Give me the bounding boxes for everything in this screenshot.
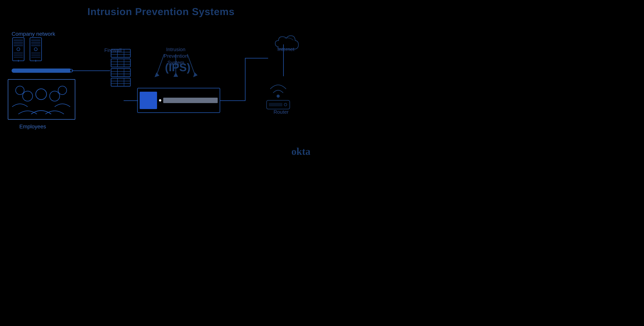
line-vertical-up bbox=[245, 58, 246, 101]
line-to-router-h bbox=[245, 58, 268, 58]
ips-device-inner-square bbox=[140, 92, 157, 109]
svg-point-21 bbox=[36, 89, 46, 100]
ips-arrows bbox=[145, 44, 207, 83]
svg-rect-38 bbox=[111, 78, 130, 86]
line-bar-firewall bbox=[72, 70, 110, 71]
router-icon bbox=[263, 75, 294, 115]
svg-rect-12 bbox=[31, 44, 40, 46]
svg-marker-48 bbox=[193, 72, 198, 77]
svg-rect-15 bbox=[31, 55, 40, 56]
svg-rect-6 bbox=[14, 55, 23, 56]
employees-group-box bbox=[8, 79, 75, 120]
okta-logo: okta bbox=[292, 146, 310, 157]
svg-rect-16 bbox=[31, 57, 40, 58]
router-label: Router bbox=[266, 109, 296, 115]
server-group bbox=[12, 37, 42, 62]
firewall-label: Firewall bbox=[104, 47, 122, 53]
employees-label: Employees bbox=[19, 123, 46, 130]
svg-point-52 bbox=[284, 103, 287, 106]
svg-point-22 bbox=[50, 91, 60, 101]
company-network-label: Company network bbox=[12, 31, 55, 37]
svg-marker-46 bbox=[174, 72, 178, 77]
svg-rect-33 bbox=[111, 68, 130, 77]
svg-rect-3 bbox=[14, 44, 23, 46]
svg-marker-44 bbox=[154, 72, 159, 77]
svg-rect-14 bbox=[31, 52, 40, 53]
ips-device-box bbox=[137, 88, 220, 113]
svg-point-4 bbox=[17, 48, 20, 51]
ips-device-dot bbox=[159, 99, 161, 101]
network-switch-bar bbox=[12, 68, 72, 73]
line-fw-ips bbox=[124, 100, 138, 101]
svg-point-13 bbox=[34, 48, 37, 51]
svg-point-49 bbox=[276, 95, 280, 98]
firewall-icon bbox=[110, 48, 131, 93]
svg-rect-2 bbox=[14, 42, 23, 44]
svg-rect-5 bbox=[14, 52, 23, 53]
svg-line-43 bbox=[156, 54, 164, 75]
main-title: Intrusion Prevention Systems bbox=[0, 0, 322, 17]
svg-rect-7 bbox=[14, 57, 23, 58]
svg-rect-10 bbox=[31, 39, 40, 41]
line-cloud-router bbox=[283, 44, 284, 76]
server-icon-1 bbox=[12, 37, 25, 62]
svg-rect-51 bbox=[269, 103, 282, 106]
server-icon-2 bbox=[29, 37, 42, 62]
ips-device-bar bbox=[163, 98, 218, 103]
svg-rect-1 bbox=[14, 39, 23, 41]
line-ips-right bbox=[220, 100, 245, 101]
svg-point-19 bbox=[58, 86, 67, 95]
svg-rect-28 bbox=[111, 59, 130, 67]
svg-rect-11 bbox=[31, 42, 40, 44]
svg-point-20 bbox=[22, 91, 33, 101]
employees-icon bbox=[8, 80, 74, 118]
svg-point-18 bbox=[16, 86, 24, 95]
svg-line-47 bbox=[187, 54, 195, 75]
internet-label: Internet bbox=[274, 46, 298, 52]
